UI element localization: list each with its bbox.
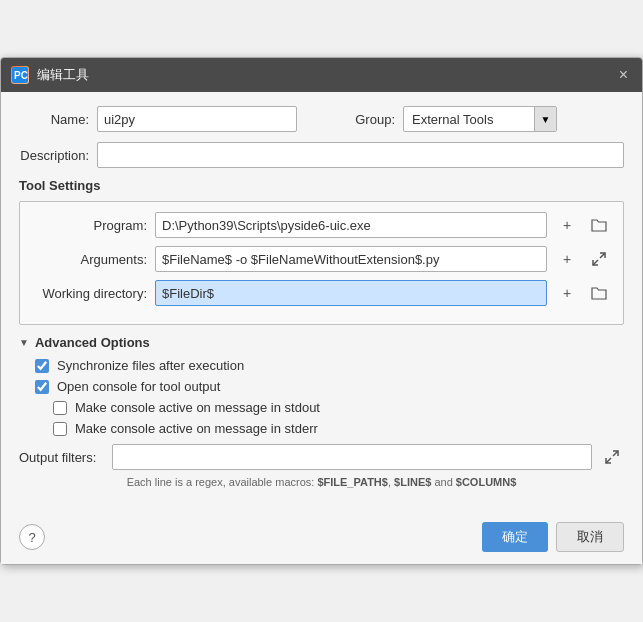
- group-dropdown-arrow[interactable]: ▼: [534, 106, 556, 132]
- working-dir-row: Working directory: +: [32, 280, 611, 306]
- name-label: Name:: [19, 112, 89, 127]
- group-select-text: External Tools: [404, 109, 534, 130]
- footer-buttons: 确定 取消: [482, 522, 624, 552]
- output-filters-row: Output filters:: [19, 444, 624, 470]
- stderr-label: Make console active on message in stderr: [75, 421, 318, 436]
- title-bar: PC 编辑工具 ×: [1, 58, 642, 92]
- svg-text:PC: PC: [14, 70, 28, 81]
- help-button[interactable]: ?: [19, 524, 45, 550]
- collapse-arrow: ▼: [19, 337, 29, 348]
- working-dir-folder-button[interactable]: [587, 281, 611, 305]
- stdout-checkbox-row: Make console active on message in stdout: [53, 400, 624, 415]
- description-label: Description:: [19, 148, 89, 163]
- stdout-label: Make console active on message in stdout: [75, 400, 320, 415]
- working-dir-label: Working directory:: [32, 286, 147, 301]
- working-dir-input[interactable]: [155, 280, 547, 306]
- group-select[interactable]: External Tools ▼: [403, 106, 557, 132]
- arguments-row: Arguments: +: [32, 246, 611, 272]
- arguments-label: Arguments:: [32, 252, 147, 267]
- advanced-options-header[interactable]: ▼ Advanced Options: [19, 335, 624, 350]
- arguments-add-button[interactable]: +: [555, 247, 579, 271]
- advanced-options-section: ▼ Advanced Options Synchronize files aft…: [19, 335, 624, 488]
- sync-checkbox[interactable]: [35, 359, 49, 373]
- name-group-row: Name: Group: External Tools ▼: [19, 106, 624, 132]
- arguments-expand-button[interactable]: [587, 247, 611, 271]
- stderr-checkbox-row: Make console active on message in stderr: [53, 421, 624, 436]
- cancel-button[interactable]: 取消: [556, 522, 624, 552]
- dialog-body: Name: Group: External Tools ▼ Descriptio…: [1, 92, 642, 514]
- working-dir-add-button[interactable]: +: [555, 281, 579, 305]
- program-label: Program:: [32, 218, 147, 233]
- sync-label: Synchronize files after execution: [57, 358, 244, 373]
- console-label: Open console for tool output: [57, 379, 220, 394]
- hint-text: Each line is a regex, available macros: …: [19, 476, 624, 488]
- program-row: Program: +: [32, 212, 611, 238]
- console-checkbox-row: Open console for tool output: [35, 379, 624, 394]
- dialog-title: 编辑工具: [37, 66, 607, 84]
- tool-settings-box: Program: + Arguments: +: [19, 201, 624, 325]
- output-filters-input[interactable]: [112, 444, 592, 470]
- program-folder-button[interactable]: [587, 213, 611, 237]
- name-input[interactable]: [97, 106, 297, 132]
- program-input[interactable]: [155, 212, 547, 238]
- stdout-checkbox[interactable]: [53, 401, 67, 415]
- dialog-container: PC 编辑工具 × Name: Group: External Tools ▼ …: [0, 57, 643, 565]
- app-icon: PC: [11, 66, 29, 84]
- output-filters-expand-button[interactable]: [600, 445, 624, 469]
- dialog-footer: ? 确定 取消: [1, 514, 642, 564]
- description-input[interactable]: [97, 142, 624, 168]
- group-label: Group:: [325, 112, 395, 127]
- stderr-checkbox[interactable]: [53, 422, 67, 436]
- sync-checkbox-row: Synchronize files after execution: [35, 358, 624, 373]
- advanced-options-title: Advanced Options: [35, 335, 150, 350]
- console-checkbox[interactable]: [35, 380, 49, 394]
- confirm-button[interactable]: 确定: [482, 522, 548, 552]
- arguments-input[interactable]: [155, 246, 547, 272]
- program-add-button[interactable]: +: [555, 213, 579, 237]
- output-filters-label: Output filters:: [19, 450, 104, 465]
- tool-settings-header: Tool Settings: [19, 178, 624, 193]
- close-button[interactable]: ×: [615, 64, 632, 86]
- description-row: Description:: [19, 142, 624, 168]
